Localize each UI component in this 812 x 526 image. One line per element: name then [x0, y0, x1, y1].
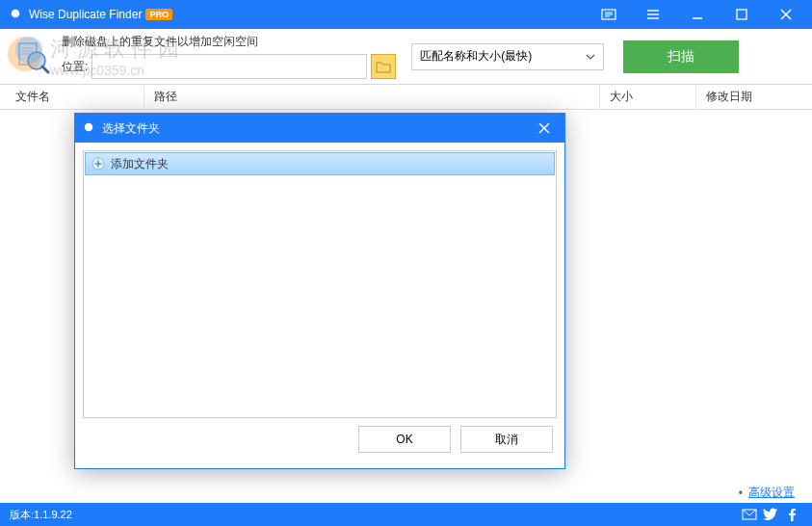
select-folder-dialog: 选择文件夹 添加文件夹 OK 取消 [74, 113, 565, 469]
dialog-close-button[interactable] [530, 115, 559, 142]
add-folder-item[interactable]: 添加文件夹 [85, 152, 555, 175]
dialog-cancel-button[interactable]: 取消 [460, 426, 553, 453]
dialog-icon [81, 119, 98, 137]
svg-line-25 [92, 131, 96, 135]
dialog-title-text: 选择文件夹 [102, 120, 160, 137]
add-folder-label: 添加文件夹 [111, 156, 169, 172]
dialog-body: 添加文件夹 OK 取消 [75, 143, 564, 468]
dialog-footer: OK 取消 [83, 418, 557, 460]
dialog-ok-button[interactable]: OK [358, 426, 451, 453]
svg-point-24 [84, 122, 93, 132]
dialog-overlay: 选择文件夹 添加文件夹 OK 取消 [0, 0, 812, 526]
folder-list: 添加文件夹 [83, 150, 557, 418]
plus-icon [92, 157, 105, 171]
dialog-titlebar: 选择文件夹 [75, 114, 564, 143]
